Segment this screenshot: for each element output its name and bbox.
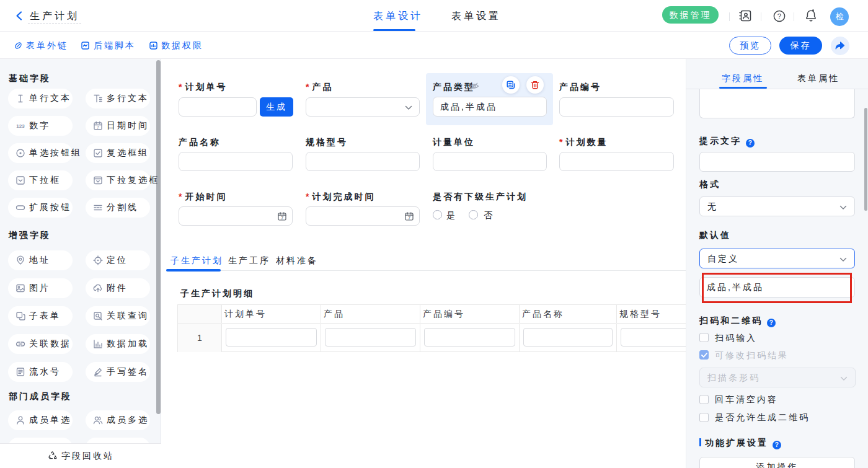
svg-text:?: ? <box>777 12 781 20</box>
svg-text:123: 123 <box>16 123 25 129</box>
svg-text:7: 7 <box>408 215 410 221</box>
svg-text:7: 7 <box>281 215 283 221</box>
svg-text:7: 7 <box>97 125 99 130</box>
